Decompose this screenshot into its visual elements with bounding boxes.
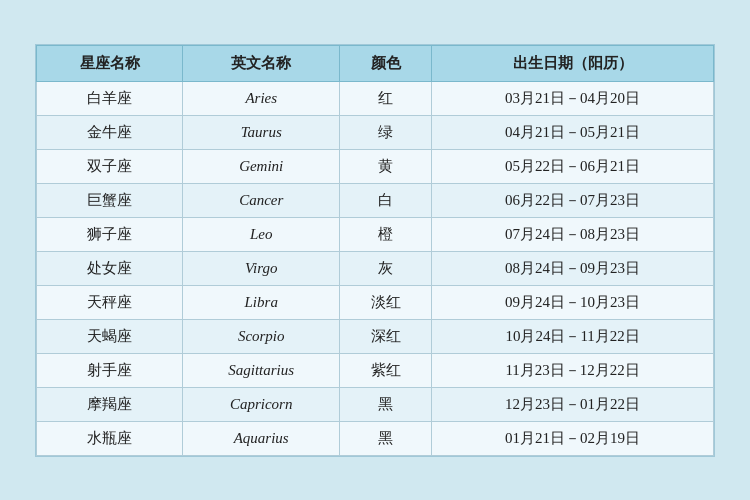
cell-dates: 12月23日－01月22日 — [432, 387, 714, 421]
table-body: 白羊座Aries红03月21日－04月20日金牛座Taurus绿04月21日－0… — [37, 81, 714, 455]
cell-color: 紫红 — [340, 353, 432, 387]
cell-chinese-name: 处女座 — [37, 251, 183, 285]
cell-english-name: Aquarius — [183, 421, 340, 455]
cell-color: 红 — [340, 81, 432, 115]
cell-english-name: Capricorn — [183, 387, 340, 421]
cell-dates: 09月24日－10月23日 — [432, 285, 714, 319]
table-row: 金牛座Taurus绿04月21日－05月21日 — [37, 115, 714, 149]
cell-color: 橙 — [340, 217, 432, 251]
cell-dates: 08月24日－09月23日 — [432, 251, 714, 285]
table-row: 狮子座Leo橙07月24日－08月23日 — [37, 217, 714, 251]
cell-dates: 01月21日－02月19日 — [432, 421, 714, 455]
header-english-name: 英文名称 — [183, 45, 340, 81]
cell-english-name: Taurus — [183, 115, 340, 149]
cell-chinese-name: 狮子座 — [37, 217, 183, 251]
cell-color: 淡红 — [340, 285, 432, 319]
cell-chinese-name: 天蝎座 — [37, 319, 183, 353]
cell-english-name: Sagittarius — [183, 353, 340, 387]
header-dates: 出生日期（阳历） — [432, 45, 714, 81]
table-row: 射手座Sagittarius紫红11月23日－12月22日 — [37, 353, 714, 387]
zodiac-table: 星座名称 英文名称 颜色 出生日期（阳历） 白羊座Aries红03月21日－04… — [36, 45, 714, 456]
table-row: 水瓶座Aquarius黑01月21日－02月19日 — [37, 421, 714, 455]
cell-color: 白 — [340, 183, 432, 217]
cell-color: 黄 — [340, 149, 432, 183]
cell-chinese-name: 射手座 — [37, 353, 183, 387]
cell-english-name: Aries — [183, 81, 340, 115]
cell-dates: 05月22日－06月21日 — [432, 149, 714, 183]
cell-english-name: Cancer — [183, 183, 340, 217]
cell-dates: 11月23日－12月22日 — [432, 353, 714, 387]
cell-dates: 04月21日－05月21日 — [432, 115, 714, 149]
zodiac-table-container: 星座名称 英文名称 颜色 出生日期（阳历） 白羊座Aries红03月21日－04… — [35, 44, 715, 457]
header-chinese-name: 星座名称 — [37, 45, 183, 81]
cell-chinese-name: 金牛座 — [37, 115, 183, 149]
cell-color: 深红 — [340, 319, 432, 353]
cell-chinese-name: 摩羯座 — [37, 387, 183, 421]
cell-english-name: Scorpio — [183, 319, 340, 353]
header-color: 颜色 — [340, 45, 432, 81]
cell-chinese-name: 天秤座 — [37, 285, 183, 319]
cell-chinese-name: 巨蟹座 — [37, 183, 183, 217]
cell-color: 黑 — [340, 421, 432, 455]
cell-chinese-name: 白羊座 — [37, 81, 183, 115]
cell-dates: 07月24日－08月23日 — [432, 217, 714, 251]
cell-english-name: Leo — [183, 217, 340, 251]
table-row: 白羊座Aries红03月21日－04月20日 — [37, 81, 714, 115]
cell-color: 灰 — [340, 251, 432, 285]
table-row: 摩羯座Capricorn黑12月23日－01月22日 — [37, 387, 714, 421]
cell-dates: 03月21日－04月20日 — [432, 81, 714, 115]
table-row: 巨蟹座Cancer白06月22日－07月23日 — [37, 183, 714, 217]
table-row: 天蝎座Scorpio深红10月24日－11月22日 — [37, 319, 714, 353]
cell-english-name: Virgo — [183, 251, 340, 285]
cell-color: 黑 — [340, 387, 432, 421]
table-header-row: 星座名称 英文名称 颜色 出生日期（阳历） — [37, 45, 714, 81]
cell-english-name: Libra — [183, 285, 340, 319]
cell-chinese-name: 双子座 — [37, 149, 183, 183]
cell-color: 绿 — [340, 115, 432, 149]
cell-english-name: Gemini — [183, 149, 340, 183]
cell-chinese-name: 水瓶座 — [37, 421, 183, 455]
cell-dates: 10月24日－11月22日 — [432, 319, 714, 353]
table-row: 天秤座Libra淡红09月24日－10月23日 — [37, 285, 714, 319]
table-row: 处女座Virgo灰08月24日－09月23日 — [37, 251, 714, 285]
cell-dates: 06月22日－07月23日 — [432, 183, 714, 217]
table-row: 双子座Gemini黄05月22日－06月21日 — [37, 149, 714, 183]
